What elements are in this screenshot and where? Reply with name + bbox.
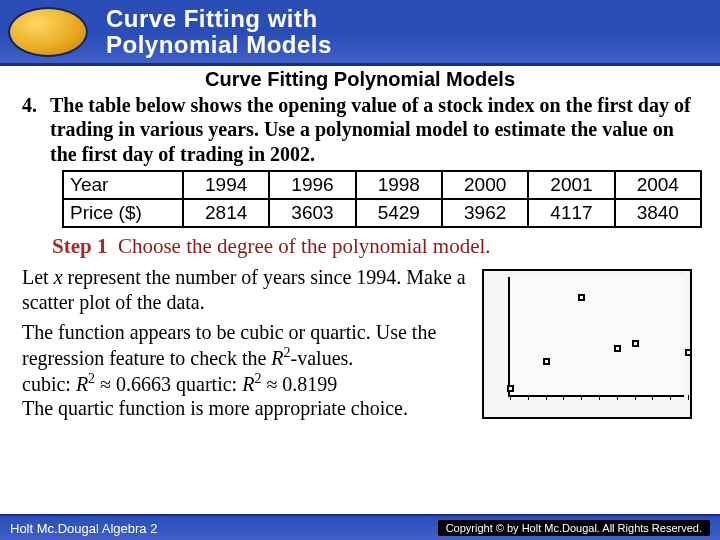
scatter-point bbox=[543, 358, 550, 365]
plot-area bbox=[508, 277, 684, 397]
variable-x: x bbox=[54, 266, 63, 288]
scatter-plot bbox=[482, 269, 692, 419]
header-title: Curve Fitting with Polynomial Models bbox=[106, 6, 332, 56]
data-table: Year 1994 1996 1998 2000 2001 2004 Price… bbox=[62, 170, 702, 228]
body-text: Let x represent the number of years sinc… bbox=[22, 265, 482, 427]
scatter-point bbox=[578, 294, 585, 301]
cell: 3962 bbox=[442, 199, 528, 227]
row-label-year: Year bbox=[63, 171, 183, 199]
header-title-line1: Curve Fitting with bbox=[106, 6, 332, 31]
slide-content: Curve Fitting Polynomial Models 4. The t… bbox=[0, 66, 720, 427]
body-columns: Let x represent the number of years sinc… bbox=[22, 265, 698, 427]
footer-left: Holt Mc.Dougal Algebra 2 bbox=[10, 521, 157, 536]
slide-footer: Holt Mc.Dougal Algebra 2 Copyright © by … bbox=[0, 514, 720, 540]
step-line: Step 1 Choose the degree of the polynomi… bbox=[52, 234, 698, 259]
cell: 2001 bbox=[528, 171, 614, 199]
cell: 5429 bbox=[356, 199, 442, 227]
slide-header: Curve Fitting with Polynomial Models bbox=[0, 0, 720, 66]
cell: 4117 bbox=[528, 199, 614, 227]
scatter-point bbox=[632, 340, 639, 347]
row-label-price: Price ($) bbox=[63, 199, 183, 227]
paragraph-2: The function appears to be cubic or quar… bbox=[22, 320, 472, 421]
cell: 2814 bbox=[183, 199, 269, 227]
header-title-line2: Polynomial Models bbox=[106, 32, 332, 57]
scatter-point bbox=[614, 345, 621, 352]
cell: 1996 bbox=[269, 171, 355, 199]
header-badge-icon bbox=[8, 7, 88, 57]
scatter-point bbox=[685, 349, 692, 356]
scatter-point bbox=[507, 385, 514, 392]
problem-number: 4. bbox=[22, 93, 50, 166]
cell: 3840 bbox=[615, 199, 701, 227]
subheading: Curve Fitting Polynomial Models bbox=[22, 68, 698, 91]
problem-block: 4. The table below shows the opening val… bbox=[22, 93, 698, 166]
cell: 2000 bbox=[442, 171, 528, 199]
problem-text: The table below shows the opening value … bbox=[50, 93, 698, 166]
step-label: Step 1 bbox=[52, 234, 107, 258]
cell: 2004 bbox=[615, 171, 701, 199]
table-row: Year 1994 1996 1998 2000 2001 2004 bbox=[63, 171, 701, 199]
table-row: Price ($) 2814 3603 5429 3962 4117 3840 bbox=[63, 199, 701, 227]
footer-right: Copyright © by Holt Mc.Dougal. All Right… bbox=[438, 520, 710, 536]
cell: 3603 bbox=[269, 199, 355, 227]
step-text: Choose the degree of the polynomial mode… bbox=[113, 234, 491, 258]
paragraph-1: Let x represent the number of years sinc… bbox=[22, 265, 472, 314]
cell: 1998 bbox=[356, 171, 442, 199]
cell: 1994 bbox=[183, 171, 269, 199]
